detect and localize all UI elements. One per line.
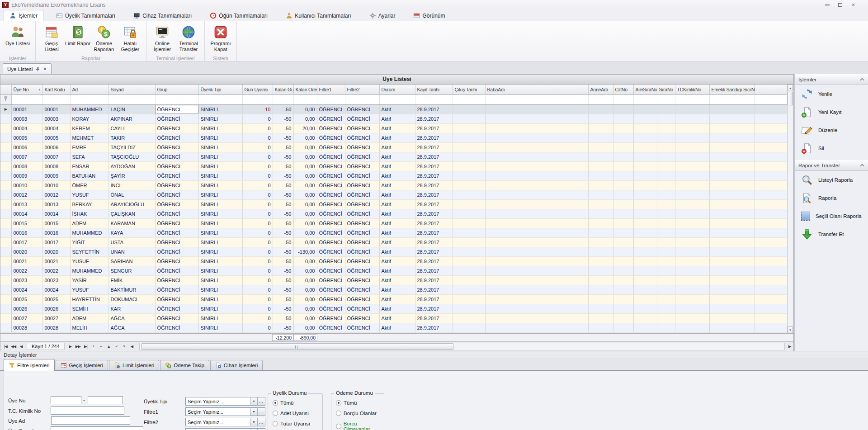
- cell-filtre1[interactable]: ÖĞRENCİ: [317, 123, 345, 133]
- cell-kalan_odeme[interactable]: 0,00: [293, 152, 317, 161]
- cell-filtre1[interactable]: ÖĞRENCİ: [317, 266, 345, 275]
- cell-ad[interactable]: YASİR: [70, 275, 108, 285]
- tab-filtre-islemleri[interactable]: Filtre İşlemleri: [4, 359, 55, 371]
- cell-ad[interactable]: İSHAK: [70, 209, 108, 218]
- cell-filler[interactable]: [755, 190, 788, 199]
- cell-ad[interactable]: YİĞİT: [70, 237, 108, 247]
- cell-grup[interactable]: ÖĞRENCİ: [155, 123, 198, 133]
- cell-kart_kodu[interactable]: 00010: [42, 180, 70, 190]
- column-header-uye_no[interactable]: Üye No▲: [11, 85, 42, 95]
- cell-kart_kodu[interactable]: 00005: [42, 133, 70, 142]
- column-header-filtre1[interactable]: Filtre1: [317, 85, 345, 95]
- cell-soyad[interactable]: TAKIR: [108, 133, 155, 142]
- cell-uye_no[interactable]: 00028: [11, 323, 42, 332]
- cell-aile_sira_no[interactable]: [633, 171, 657, 180]
- cell-gun_uyarisi[interactable]: 0: [242, 313, 273, 323]
- cell-kayit_tarihi[interactable]: 28.9.2017: [415, 209, 453, 218]
- cell-sira_no[interactable]: [657, 237, 675, 247]
- cell-kalan_gun[interactable]: -50: [273, 209, 293, 218]
- cell-tc_kimlik_no[interactable]: [675, 171, 709, 180]
- cell-aile_sira_no[interactable]: [633, 114, 657, 123]
- column-header-indicator[interactable]: [0, 85, 11, 95]
- cell-uye_no[interactable]: 00017: [11, 237, 42, 247]
- tab-ayarlar[interactable]: Ayarlar: [363, 10, 401, 21]
- ellipsis-button[interactable]: …: [257, 397, 265, 405]
- cell-ad[interactable]: SEMİH: [70, 304, 108, 313]
- chevron-down-icon[interactable]: ▼: [250, 418, 257, 426]
- cell-kalan_odeme[interactable]: 0,00: [293, 218, 317, 228]
- cell-kalan_odeme[interactable]: 0,00: [293, 275, 317, 285]
- cell-anne_adi[interactable]: [588, 199, 613, 209]
- cell-cilt_no[interactable]: [613, 237, 633, 247]
- cell-emekli[interactable]: [709, 275, 755, 285]
- cell-uye_no[interactable]: 00013: [11, 199, 42, 209]
- table-row[interactable]: 0001500015ADEMKARAMANÖĞRENCİSINIRLI0-500…: [0, 218, 788, 228]
- cell-kart_kodu[interactable]: 00027: [42, 313, 70, 323]
- cell-cikis_tarihi[interactable]: [453, 171, 485, 180]
- cell-uye_no[interactable]: 00022: [11, 266, 42, 275]
- cell-sira_no[interactable]: [657, 285, 675, 294]
- cell-filtre1[interactable]: ÖĞRENCİ: [317, 228, 345, 237]
- section-islemler-header[interactable]: İşlemler: [795, 74, 868, 85]
- cell-filtre2[interactable]: ÖĞRENCİ: [345, 256, 379, 266]
- cell-tc_kimlik_no[interactable]: [675, 142, 709, 152]
- filter-row-cell-filler[interactable]: [755, 95, 788, 104]
- duzenle-button[interactable]: Düzenle: [795, 121, 868, 139]
- cell-kart_kodu[interactable]: 00021: [42, 256, 70, 266]
- cell-anne_adi[interactable]: [588, 190, 613, 199]
- tab-gecis-islemleri[interactable]: Geçiş İşlemleri: [56, 360, 108, 370]
- cell-tc_kimlik_no[interactable]: [675, 133, 709, 142]
- cell-filler[interactable]: [755, 199, 788, 209]
- column-header-ad[interactable]: Ad: [70, 85, 108, 95]
- cell-filtre2[interactable]: ÖĞRENCİ: [345, 190, 379, 199]
- cell-soyad[interactable]: LAÇİN: [108, 104, 155, 114]
- cell-ad[interactable]: YUSUF: [70, 285, 108, 294]
- cell-tc_kimlik_no[interactable]: [675, 247, 709, 256]
- cell-ad[interactable]: MEHMET: [70, 133, 108, 142]
- cell-gun_uyarisi[interactable]: 0: [242, 237, 273, 247]
- table-row[interactable]: 0000400004KEREMCAYLIÖĞRENCİSINIRLI0-5020…: [0, 123, 788, 133]
- cell-uyelik_tipi[interactable]: SINIRLI: [198, 114, 242, 123]
- cell-grup[interactable]: ÖĞRENCİ: [155, 180, 198, 190]
- cell-kart_kodu[interactable]: 00012: [42, 190, 70, 199]
- cell-cilt_no[interactable]: [613, 133, 633, 142]
- cell-uyelik_tipi[interactable]: SINIRLI: [198, 247, 242, 256]
- vertical-scrollbar[interactable]: ▲ ▼: [787, 85, 793, 333]
- cell-kayit_tarihi[interactable]: 28.9.2017: [415, 152, 453, 161]
- cell-aile_sira_no[interactable]: [633, 323, 657, 332]
- table-row[interactable]: 0000300003KORAYAKPINARÖĞRENCİSINIRLI0-50…: [0, 114, 788, 123]
- cell-baba_adi[interactable]: [485, 114, 588, 123]
- cell-filtre2[interactable]: ÖĞRENCİ: [345, 285, 379, 294]
- yenile-button[interactable]: Yenile: [795, 85, 868, 103]
- close-tab-icon[interactable]: ✕: [43, 66, 47, 71]
- cell-filtre1[interactable]: ÖĞRENCİ: [317, 209, 345, 218]
- table-row[interactable]: 0001300013BERKAYARAYICIOĞLUÖĞRENCİSINIRL…: [0, 199, 788, 209]
- uye-ad-input[interactable]: [51, 416, 130, 425]
- cell-filtre1[interactable]: ÖĞRENCİ: [317, 323, 345, 332]
- cell-kalan_gun[interactable]: -50: [273, 171, 293, 180]
- column-header-durum[interactable]: Durum: [379, 85, 415, 95]
- cell-filtre2[interactable]: ÖĞRENCİ: [345, 304, 379, 313]
- cell-filtre2[interactable]: ÖĞRENCİ: [345, 142, 379, 152]
- radio-uyelik-tumu[interactable]: Tümü: [273, 400, 293, 406]
- cell-soyad[interactable]: KAR: [108, 304, 155, 313]
- cell-kart_kodu[interactable]: 00024: [42, 285, 70, 294]
- cell-ad[interactable]: MUHAMMED: [70, 266, 108, 275]
- cell-uye_no[interactable]: 00027: [11, 313, 42, 323]
- column-header-soyad[interactable]: Soyad: [108, 85, 155, 95]
- cell-emekli[interactable]: [709, 209, 755, 218]
- cell-kalan_gun[interactable]: -50: [273, 285, 293, 294]
- cell-filtre1[interactable]: ÖĞRENCİ: [317, 161, 345, 171]
- cell-filler[interactable]: [755, 209, 788, 218]
- cell-filler[interactable]: [755, 171, 788, 180]
- column-header-sira_no[interactable]: SıraNo: [657, 85, 675, 95]
- cell-anne_adi[interactable]: [588, 237, 613, 247]
- cell-kayit_tarihi[interactable]: 28.9.2017: [415, 285, 453, 294]
- cell-soyad[interactable]: ÖNAL: [108, 190, 155, 199]
- cell-emekli[interactable]: [709, 199, 755, 209]
- cell-filtre2[interactable]: ÖĞRENCİ: [345, 275, 379, 285]
- table-row[interactable]: 0002700027ADEMAĞCAÖĞRENCİSINIRLI0-500,00…: [0, 313, 788, 323]
- cell-uye_no[interactable]: 00026: [11, 304, 42, 313]
- cell-filtre2[interactable]: ÖĞRENCİ: [345, 171, 379, 180]
- cell-kalan_odeme[interactable]: 0,00: [293, 237, 317, 247]
